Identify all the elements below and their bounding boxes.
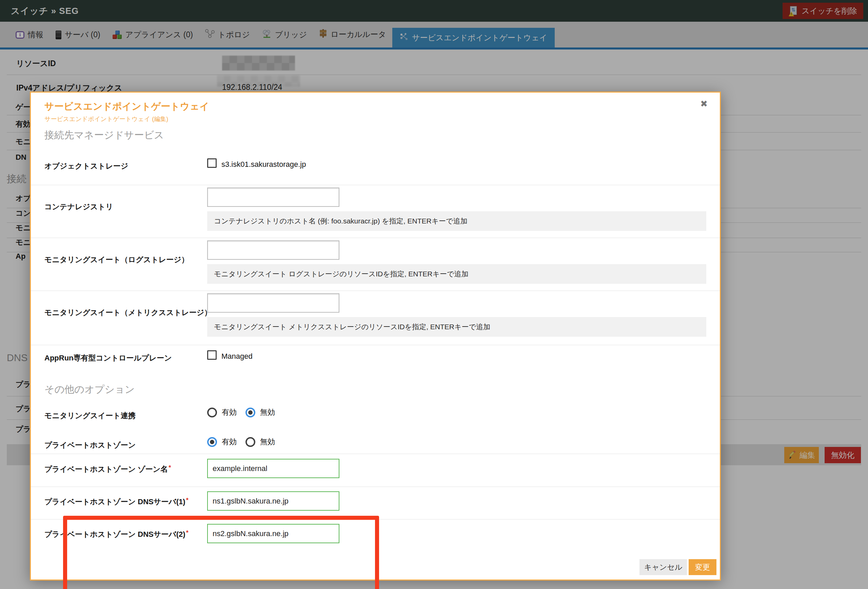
private-host-zone-option-disabled[interactable]: 無効 (245, 437, 275, 447)
apprun-label: AppRun専有型コントロールプレーン (44, 353, 172, 363)
private-host-zone-label: プライベートホストゾーン (44, 440, 136, 450)
zone-name-label: プライベートホストゾーン ゾーン名* (44, 464, 171, 474)
monitoring-link-option-enabled[interactable]: 有効 (207, 407, 237, 418)
radio-selected-icon (207, 437, 217, 447)
required-asterisk: * (168, 464, 171, 471)
dns-server-1-label: プライベートホストゾーン DNSサーバ(1)* (44, 497, 189, 507)
modal-subtitle: サービスエンドポイントゲートウェイ (編集) (44, 115, 168, 123)
radio-label: 無効 (260, 407, 275, 418)
section-managed-services: 接続先マネージドサービス (44, 128, 164, 142)
object-storage-label: オブジェクトストレージ (44, 161, 128, 171)
private-host-zone-option-enabled[interactable]: 有効 (207, 437, 237, 447)
submit-button-label: 変更 (695, 562, 710, 573)
monitoring-link-label: モニタリングスイート連携 (44, 410, 136, 421)
service-endpoint-gateway-modal: サービスエンドポイントゲートウェイ サービスエンドポイントゲートウェイ (編集)… (30, 92, 721, 580)
radio-label: 無効 (260, 437, 275, 447)
apprun-checkbox-label: Managed (221, 352, 252, 361)
container-registry-label: コンテナレジストリ (44, 202, 113, 212)
monitoring-link-radio-group: 有効 無効 (207, 407, 275, 418)
monitoring-log-label: モニタリングスイート（ログストレージ） (44, 255, 189, 265)
monitoring-link-option-disabled[interactable]: 無効 (245, 407, 275, 418)
zone-name-input[interactable] (207, 459, 340, 478)
object-storage-checkbox-label: s3.isk01.sakurastorage.jp (221, 160, 306, 169)
apprun-managed-checkbox[interactable] (207, 350, 217, 360)
container-registry-input[interactable] (207, 187, 340, 207)
zone-name-label-text: プライベートホストゾーン ゾーン名 (44, 465, 168, 473)
required-asterisk: * (186, 497, 189, 503)
close-icon[interactable]: ✖ (700, 99, 708, 109)
modal-title: サービスエンドポイントゲートウェイ (44, 100, 209, 113)
dns-server-2-input[interactable] (207, 524, 340, 543)
dns-server-2-label: プライベートホストゾーン DNSサーバ(2)* (44, 529, 189, 539)
submit-button[interactable]: 変更 (689, 559, 716, 575)
radio-label: 有効 (222, 407, 237, 418)
cancel-button[interactable]: キャンセル (639, 559, 687, 575)
radio-selected-icon (245, 407, 255, 418)
radio-unselected-icon (207, 407, 217, 418)
private-host-zone-radio-group: 有効 無効 (207, 437, 275, 447)
monitoring-log-hint: モニタリングスイート ログストレージのリソースIDを指定, ENTERキーで追加 (207, 264, 706, 284)
monitoring-metrics-input[interactable] (207, 293, 340, 313)
monitoring-metrics-label: モニタリングスイート（メトリクスストレージ） (44, 307, 211, 318)
dns-server-1-label-text: プライベートホストゾーン DNSサーバ(1) (44, 497, 186, 506)
radio-label: 有効 (222, 437, 237, 447)
section-other-options: その他のオプション (44, 383, 134, 396)
dns-server-2-label-text: プライベートホストゾーン DNSサーバ(2) (44, 530, 186, 539)
monitoring-log-input[interactable] (207, 241, 340, 260)
object-storage-checkbox[interactable] (207, 158, 217, 168)
radio-unselected-icon (245, 437, 255, 447)
cancel-button-label: キャンセル (644, 562, 682, 573)
monitoring-metrics-hint: モニタリングスイート メトリクスストレージのリソースIDを指定, ENTERキー… (207, 317, 706, 337)
required-asterisk: * (186, 529, 189, 536)
container-registry-hint: コンテナレジストリのホスト名 (例: foo.sakuracr.jp) を指定,… (207, 211, 706, 231)
dns-server-1-input[interactable] (207, 492, 340, 511)
